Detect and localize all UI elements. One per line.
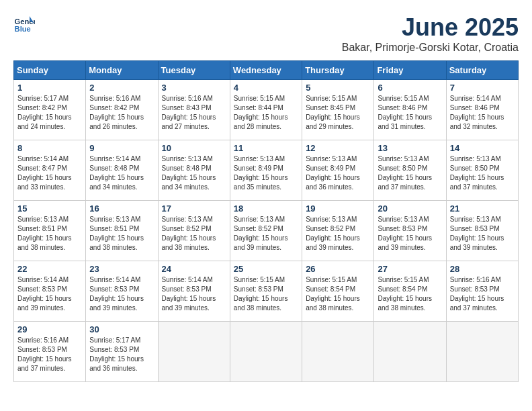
- day-info: Sunrise: 5:17 AM Sunset: 8:42 PM Dayligh…: [17, 94, 82, 132]
- calendar-day-cell: 25 Sunrise: 5:15 AM Sunset: 8:53 PM Dayl…: [230, 261, 302, 322]
- daylight-label: Daylight: 15 hours and 29 minutes.: [306, 113, 360, 130]
- sunrise-label: Sunrise: 5:13 AM: [162, 155, 213, 163]
- calendar-day-cell: 17 Sunrise: 5:13 AM Sunset: 8:52 PM Dayl…: [158, 201, 230, 261]
- sunrise-label: Sunrise: 5:16 AM: [89, 95, 140, 102]
- day-number: 14: [450, 143, 515, 153]
- daylight-label: Daylight: 15 hours and 37 minutes.: [17, 355, 72, 372]
- sunrise-label: Sunrise: 5:13 AM: [89, 216, 140, 223]
- sunset-label: Sunset: 8:51 PM: [17, 225, 67, 232]
- day-number: 18: [234, 203, 298, 214]
- day-number: 11: [234, 143, 298, 153]
- sunrise-label: Sunrise: 5:16 AM: [17, 336, 69, 344]
- sunrise-label: Sunrise: 5:14 AM: [162, 276, 213, 283]
- daylight-label: Daylight: 15 hours and 37 minutes.: [450, 295, 504, 312]
- calendar-day-cell: 4 Sunrise: 5:15 AM Sunset: 8:44 PM Dayli…: [230, 80, 302, 140]
- calendar-day-cell: 3 Sunrise: 5:16 AM Sunset: 8:43 PM Dayli…: [158, 80, 230, 140]
- sunset-label: Sunset: 8:50 PM: [450, 165, 500, 172]
- sunrise-label: Sunrise: 5:13 AM: [306, 216, 357, 223]
- day-info: Sunrise: 5:17 AM Sunset: 8:53 PM Dayligh…: [89, 336, 154, 373]
- sunrise-label: Sunrise: 5:14 AM: [89, 155, 140, 163]
- calendar-day-cell: 28 Sunrise: 5:16 AM Sunset: 8:53 PM Dayl…: [446, 261, 518, 322]
- sunset-label: Sunset: 8:44 PM: [234, 104, 283, 111]
- day-number: 30: [89, 324, 154, 334]
- day-info: Sunrise: 5:16 AM Sunset: 8:42 PM Dayligh…: [89, 94, 154, 132]
- calendar-subtitle: Bakar, Primorje-Gorski Kotar, Croatia: [342, 42, 519, 54]
- day-number: 10: [162, 143, 226, 153]
- calendar-day-cell: 16 Sunrise: 5:13 AM Sunset: 8:51 PM Dayl…: [86, 201, 158, 261]
- day-number: 6: [378, 83, 442, 93]
- daylight-label: Daylight: 15 hours and 32 minutes.: [450, 113, 504, 130]
- daylight-label: Daylight: 15 hours and 28 minutes.: [234, 113, 288, 130]
- daylight-label: Daylight: 15 hours and 38 minutes.: [89, 234, 144, 251]
- daylight-label: Daylight: 15 hours and 39 minutes.: [306, 234, 360, 251]
- day-number: 12: [306, 143, 370, 153]
- sunrise-label: Sunrise: 5:13 AM: [162, 216, 213, 223]
- daylight-label: Daylight: 15 hours and 33 minutes.: [17, 174, 72, 191]
- daylight-label: Daylight: 15 hours and 38 minutes.: [378, 295, 432, 312]
- day-number: 20: [378, 203, 442, 214]
- day-info: Sunrise: 5:13 AM Sunset: 8:49 PM Dayligh…: [234, 154, 298, 192]
- day-info: Sunrise: 5:13 AM Sunset: 8:53 PM Dayligh…: [450, 215, 515, 253]
- sunset-label: Sunset: 8:49 PM: [306, 165, 355, 172]
- sunrise-label: Sunrise: 5:17 AM: [17, 95, 69, 102]
- sunset-label: Sunset: 8:52 PM: [234, 225, 283, 232]
- day-number: 25: [234, 264, 298, 274]
- calendar-day-cell: 13 Sunrise: 5:13 AM Sunset: 8:50 PM Dayl…: [374, 140, 446, 201]
- daylight-label: Daylight: 15 hours and 27 minutes.: [162, 113, 216, 130]
- day-number: 5: [306, 83, 370, 93]
- day-number: 22: [17, 264, 82, 274]
- daylight-label: Daylight: 15 hours and 38 minutes.: [234, 295, 288, 312]
- day-info: Sunrise: 5:15 AM Sunset: 8:46 PM Dayligh…: [378, 94, 442, 132]
- daylight-label: Daylight: 15 hours and 26 minutes.: [89, 113, 144, 130]
- sunrise-label: Sunrise: 5:13 AM: [306, 155, 357, 163]
- sunrise-label: Sunrise: 5:15 AM: [234, 276, 285, 283]
- calendar-day-cell: 26 Sunrise: 5:15 AM Sunset: 8:54 PM Dayl…: [302, 261, 374, 322]
- day-info: Sunrise: 5:13 AM Sunset: 8:51 PM Dayligh…: [89, 215, 154, 253]
- day-number: 2: [89, 83, 154, 93]
- calendar-day-cell: 2 Sunrise: 5:16 AM Sunset: 8:42 PM Dayli…: [86, 80, 158, 140]
- day-info: Sunrise: 5:15 AM Sunset: 8:45 PM Dayligh…: [306, 94, 370, 132]
- calendar-day-cell: 20 Sunrise: 5:13 AM Sunset: 8:53 PM Dayl…: [374, 201, 446, 261]
- calendar-day-cell: 23 Sunrise: 5:14 AM Sunset: 8:53 PM Dayl…: [86, 261, 158, 322]
- title-block: June 2025 Bakar, Primorje-Gorski Kotar, …: [342, 13, 519, 54]
- sunset-label: Sunset: 8:52 PM: [306, 225, 355, 232]
- day-info: Sunrise: 5:14 AM Sunset: 8:53 PM Dayligh…: [89, 275, 154, 313]
- day-number: 8: [17, 143, 82, 153]
- sunset-label: Sunset: 8:53 PM: [17, 285, 67, 293]
- calendar-day-cell: 8 Sunrise: 5:14 AM Sunset: 8:47 PM Dayli…: [14, 140, 86, 201]
- day-info: Sunrise: 5:15 AM Sunset: 8:54 PM Dayligh…: [378, 275, 442, 313]
- calendar-week-row: 22 Sunrise: 5:14 AM Sunset: 8:53 PM Dayl…: [14, 261, 519, 322]
- col-friday: Friday: [374, 61, 446, 80]
- daylight-label: Daylight: 15 hours and 39 minutes.: [162, 295, 216, 312]
- calendar-day-cell: 27 Sunrise: 5:15 AM Sunset: 8:54 PM Dayl…: [374, 261, 446, 322]
- daylight-label: Daylight: 15 hours and 37 minutes.: [378, 174, 432, 191]
- day-info: Sunrise: 5:14 AM Sunset: 8:53 PM Dayligh…: [162, 275, 226, 313]
- sunrise-label: Sunrise: 5:13 AM: [234, 155, 285, 163]
- sunrise-label: Sunrise: 5:14 AM: [17, 155, 69, 163]
- col-thursday: Thursday: [302, 61, 374, 80]
- sunrise-label: Sunrise: 5:17 AM: [89, 336, 140, 344]
- calendar-day-cell: 19 Sunrise: 5:13 AM Sunset: 8:52 PM Dayl…: [302, 201, 374, 261]
- daylight-label: Daylight: 15 hours and 34 minutes.: [162, 174, 216, 191]
- sunset-label: Sunset: 8:46 PM: [378, 104, 427, 111]
- calendar-week-row: 1 Sunrise: 5:17 AM Sunset: 8:42 PM Dayli…: [14, 80, 519, 140]
- day-info: Sunrise: 5:14 AM Sunset: 8:53 PM Dayligh…: [17, 275, 82, 313]
- sunset-label: Sunset: 8:53 PM: [89, 346, 139, 353]
- sunset-label: Sunset: 8:53 PM: [89, 285, 139, 293]
- calendar-day-cell: 9 Sunrise: 5:14 AM Sunset: 8:48 PM Dayli…: [86, 140, 158, 201]
- col-sunday: Sunday: [14, 61, 86, 80]
- col-wednesday: Wednesday: [230, 61, 302, 80]
- calendar-day-cell: 10 Sunrise: 5:13 AM Sunset: 8:48 PM Dayl…: [158, 140, 230, 201]
- sunrise-label: Sunrise: 5:13 AM: [378, 216, 429, 223]
- day-number: 29: [17, 324, 82, 334]
- sunset-label: Sunset: 8:53 PM: [450, 285, 500, 293]
- calendar-day-cell: [446, 322, 518, 382]
- header: General Blue June 2025 Bakar, Primorje-G…: [13, 13, 519, 54]
- day-info: Sunrise: 5:15 AM Sunset: 8:53 PM Dayligh…: [234, 275, 298, 313]
- sunrise-label: Sunrise: 5:13 AM: [234, 216, 285, 223]
- sunset-label: Sunset: 8:54 PM: [306, 285, 355, 293]
- calendar-day-cell: 6 Sunrise: 5:15 AM Sunset: 8:46 PM Dayli…: [374, 80, 446, 140]
- sunrise-label: Sunrise: 5:16 AM: [450, 276, 501, 283]
- sunrise-label: Sunrise: 5:15 AM: [378, 276, 429, 283]
- sunset-label: Sunset: 8:46 PM: [450, 104, 500, 111]
